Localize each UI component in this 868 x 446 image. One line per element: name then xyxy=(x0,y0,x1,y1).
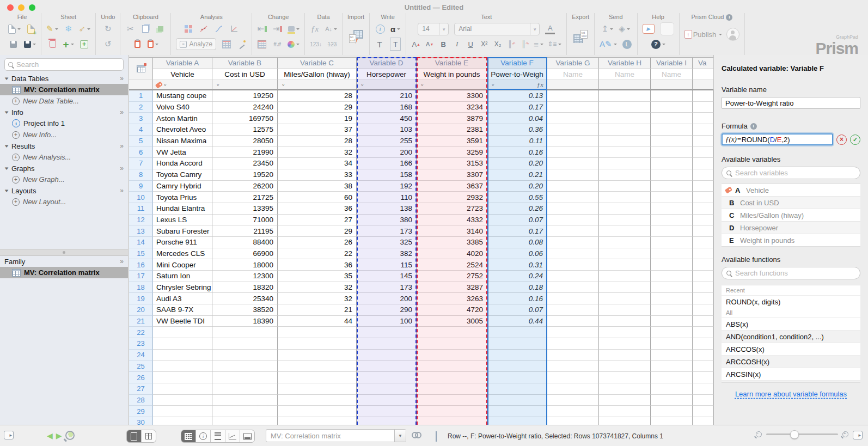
row-number-cell[interactable]: 14 xyxy=(129,237,153,248)
empty-cell[interactable] xyxy=(153,406,212,417)
empty-cell[interactable] xyxy=(212,338,278,350)
horsepower-cell[interactable]: 380 xyxy=(357,215,417,226)
font-size-select[interactable]: 14 v xyxy=(418,23,449,35)
mpg-cell[interactable]: 34 xyxy=(278,158,357,169)
empty-cell[interactable] xyxy=(153,350,212,361)
sheet-picker-dropdown[interactable]: MV: Correlation matrix ▼ xyxy=(266,429,406,442)
empty-cell[interactable] xyxy=(417,383,487,395)
empty-cell[interactable] xyxy=(693,395,713,406)
variable-type-chevron-icon[interactable]: v xyxy=(217,83,219,87)
empty-cell[interactable] xyxy=(212,327,278,338)
variable-list-item[interactable]: D Horsepower xyxy=(722,222,860,234)
empty-cell[interactable] xyxy=(651,327,693,338)
empty-cell[interactable] xyxy=(693,350,713,361)
linear-regression-icon[interactable] xyxy=(199,23,209,35)
vehicle-cell[interactable]: Mini Cooper xyxy=(153,259,212,271)
empty-cell[interactable] xyxy=(599,304,651,316)
horsepower-cell[interactable]: 200 xyxy=(357,146,417,158)
mpg-cell[interactable]: 21 xyxy=(278,304,357,316)
empty-cell[interactable] xyxy=(357,350,417,361)
empty-cell[interactable] xyxy=(599,383,651,395)
empty-cell[interactable] xyxy=(153,338,212,350)
empty-cell[interactable] xyxy=(212,383,278,395)
empty-cell[interactable] xyxy=(599,259,651,271)
empty-cell[interactable] xyxy=(487,406,547,417)
empty-cell[interactable] xyxy=(651,361,693,372)
empty-cell[interactable] xyxy=(547,248,599,260)
empty-cell[interactable] xyxy=(547,102,599,113)
new-sheet-button[interactable]: + xyxy=(63,38,74,50)
empty-cell[interactable] xyxy=(651,338,693,350)
search-sheets-button[interactable] xyxy=(65,431,75,440)
publish-button[interactable]: ↑ Publish xyxy=(684,28,723,40)
save-button[interactable] xyxy=(9,38,19,50)
empty-cell[interactable] xyxy=(693,192,713,203)
mpg-cell[interactable]: 44 xyxy=(278,316,357,327)
empty-cell[interactable] xyxy=(153,327,212,338)
empty-cell[interactable] xyxy=(599,136,651,147)
ratio-cell[interactable]: 0.21 xyxy=(487,169,547,181)
row-number-cell[interactable]: 6 xyxy=(129,146,153,158)
sidebar-section-layouts[interactable]: ▼ Layouts » xyxy=(0,185,128,196)
horsepower-cell[interactable]: 158 xyxy=(357,169,417,181)
vehicle-cell[interactable]: Hundai Elantra xyxy=(153,203,212,215)
variable-type-cell[interactable] xyxy=(599,80,651,90)
empty-cell[interactable] xyxy=(651,395,693,406)
horsepower-cell[interactable]: 100 xyxy=(357,316,417,327)
row-number-cell[interactable]: 12 xyxy=(129,215,153,226)
empty-cell[interactable] xyxy=(599,248,651,260)
section-more-icon[interactable]: » xyxy=(120,75,124,82)
variable-letter-cell[interactable]: Va xyxy=(693,58,713,69)
cost-cell[interactable]: 21725 xyxy=(212,192,278,203)
delete-sheet-button[interactable] xyxy=(48,38,58,50)
empty-cell[interactable] xyxy=(547,338,599,350)
weight-cell[interactable]: 3005 xyxy=(417,316,487,327)
variables-search-input[interactable] xyxy=(734,168,855,178)
variable-list-item[interactable]: A Vehicle xyxy=(722,184,860,197)
empty-cell[interactable] xyxy=(651,124,693,136)
empty-cell[interactable] xyxy=(487,383,547,395)
variable-type-chevron-icon[interactable]: v xyxy=(492,83,494,87)
empty-cell[interactable] xyxy=(693,146,713,158)
mpg-cell[interactable]: 36 xyxy=(278,203,357,215)
weight-cell[interactable]: 2752 xyxy=(417,271,487,282)
gallery-view-button[interactable] xyxy=(142,430,156,442)
variable-type-cell[interactable] xyxy=(547,80,599,90)
export-data-button[interactable]: txtxml xyxy=(573,30,588,42)
row-number-cell[interactable]: 18 xyxy=(129,282,153,294)
sidebar-search-input[interactable] xyxy=(15,60,120,69)
empty-cell[interactable] xyxy=(651,304,693,316)
zoom-slider[interactable] xyxy=(766,433,838,435)
ratio-cell[interactable]: 0.06 xyxy=(487,248,547,260)
function-list-item[interactable]: ARCCOS(x) xyxy=(722,343,860,355)
empty-cell[interactable] xyxy=(153,361,212,372)
empty-cell[interactable] xyxy=(599,146,651,158)
horsepower-cell[interactable]: 173 xyxy=(357,282,417,294)
row-number-cell[interactable]: 26 xyxy=(129,372,153,383)
help-menu-button[interactable]: ? xyxy=(651,38,665,50)
horsepower-cell[interactable]: 138 xyxy=(357,203,417,215)
empty-cell[interactable] xyxy=(417,417,487,425)
empty-cell[interactable] xyxy=(693,293,713,304)
ratio-cell[interactable]: 0.20 xyxy=(487,181,547,192)
greek-letter-button[interactable]: α xyxy=(390,23,400,35)
section-more-icon[interactable]: » xyxy=(120,142,124,150)
empty-cell[interactable] xyxy=(599,181,651,192)
functions-search-input[interactable] xyxy=(734,268,855,278)
paste-button[interactable] xyxy=(132,38,142,50)
row-number-cell[interactable]: 19 xyxy=(129,293,153,304)
empty-cell[interactable] xyxy=(547,136,599,147)
row-number-cell[interactable]: 21 xyxy=(129,316,153,327)
empty-cell[interactable] xyxy=(212,361,278,372)
licensing-button[interactable]: L xyxy=(622,38,632,50)
send-annotation-button[interactable]: A✎ xyxy=(600,38,617,50)
cost-cell[interactable]: 21195 xyxy=(212,225,278,237)
empty-cell[interactable] xyxy=(547,361,599,372)
layout-view-button[interactable] xyxy=(240,430,254,442)
row-number-cell[interactable]: 15 xyxy=(129,248,153,260)
empty-cell[interactable] xyxy=(599,417,651,425)
move-left-button[interactable]: ⇤ xyxy=(258,23,267,35)
cost-cell[interactable]: 26200 xyxy=(212,181,278,192)
empty-cell[interactable] xyxy=(278,372,357,383)
mpg-cell[interactable]: 26 xyxy=(278,237,357,248)
